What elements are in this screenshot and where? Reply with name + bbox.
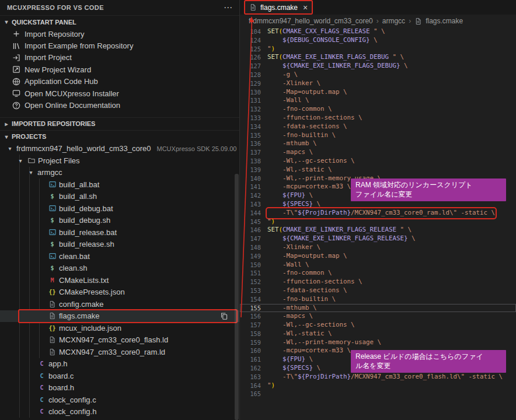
code-line-text[interactable]: -Wall \: [267, 261, 309, 270]
tree-item-clean-sh[interactable]: $clean.sh: [0, 262, 239, 275]
code-token[interactable]: CMAKE_EXE_LINKER_FLAGS_RELEASE: [283, 226, 396, 233]
tree-item-project-files[interactable]: ▾Project Files: [0, 155, 239, 167]
code-line-text[interactable]: -fno-builtin \: [267, 295, 336, 304]
code-line-163[interactable]: 163 -T\"${ProjDirPath}/MCXN947_cm33_core…: [240, 373, 516, 382]
code-line-text[interactable]: ${FPU} \: [267, 355, 313, 364]
code-token[interactable]: -Wl,--gc-sections \: [267, 157, 355, 164]
code-line-155[interactable]: 155 -mthumb \: [240, 304, 516, 313]
code-token[interactable]: CMAKE_CXX_FLAGS_RELEASE: [283, 27, 370, 35]
code-line-text[interactable]: -Xlinker \: [267, 243, 320, 252]
line-number[interactable]: 157: [240, 321, 261, 330]
line-number[interactable]: 158: [240, 330, 261, 338]
code-line-145[interactable]: 145"): [240, 218, 516, 226]
code-line-156[interactable]: 156 -mapcs \: [240, 312, 516, 321]
code-line-129[interactable]: 129 -Xlinker \: [240, 79, 516, 88]
line-number[interactable]: 129: [240, 79, 261, 88]
tree-item-build-release-sh[interactable]: $build_release.sh: [0, 239, 239, 251]
quickstart-item-import-example-from-repository[interactable]: Import Example from Repository: [0, 40, 239, 51]
code-token[interactable]: -fno-common \: [267, 269, 332, 276]
code-line-text[interactable]: ${CMAKE_EXE_LINKER_FLAGS_DEBUG} \: [267, 62, 408, 71]
code-token[interactable]: -T\": [267, 209, 298, 216]
code-line-text[interactable]: -Wl,-static \: [267, 166, 332, 174]
code-line-text[interactable]: -g \: [267, 71, 298, 79]
close-icon[interactable]: ×: [303, 4, 308, 11]
code-line-124[interactable]: 124 ${DEBUG_CONSOLE_CONFIG} \: [240, 36, 516, 45]
code-line-131[interactable]: 131 -Wall \: [240, 96, 516, 105]
code-token[interactable]: -mapcs \: [267, 148, 313, 156]
code-line-135[interactable]: 135 -fno-builtin \: [240, 131, 516, 140]
code-line-text[interactable]: -mthumb \: [267, 139, 317, 148]
line-number[interactable]: 126: [240, 53, 261, 62]
code-line-text[interactable]: -ffunction-sections \: [267, 114, 362, 123]
code-line-104[interactable]: 104SET(CMAKE_CXX_FLAGS_RELEASE " \: [240, 27, 516, 36]
code-token[interactable]: -Map=output.map \: [267, 252, 347, 260]
code-token[interactable]: \: [313, 364, 320, 372]
line-number[interactable]: 156: [240, 312, 261, 321]
quickstart-item-new-project-wizard[interactable]: New Project Wizard: [0, 64, 239, 75]
line-number[interactable]: 147: [240, 235, 261, 243]
code-line-text[interactable]: -mthumb \: [267, 304, 317, 313]
code-line-text[interactable]: ${SPECS} \: [267, 364, 320, 373]
more-actions-icon[interactable]: ⋯: [224, 5, 232, 10]
code-token[interactable]: -Wl,--print-memory-usage \: [267, 338, 381, 346]
code-token[interactable]: [267, 235, 283, 242]
code-token[interactable]: SET: [267, 53, 279, 61]
breadcrumb-item-project[interactable]: frdmmcxn947_hello_world_cm33_core0: [249, 17, 373, 25]
line-number[interactable]: 140: [240, 174, 261, 183]
line-number[interactable]: 165: [240, 390, 261, 398]
code-line-128[interactable]: 128 -g \: [240, 71, 516, 79]
line-number[interactable]: 136: [240, 139, 261, 148]
code-token[interactable]: [267, 191, 283, 199]
tree-item-app-h[interactable]: Capp.h: [0, 358, 239, 370]
code-line-text[interactable]: -fno-common \: [267, 105, 332, 114]
quickstart-item-application-code-hub[interactable]: Application Code Hub: [0, 76, 239, 88]
code-line-157[interactable]: 157 -Wl,--gc-sections \: [240, 321, 516, 330]
code-token[interactable]: /MCXN947_cm33_core0_flash.ld\" -static \: [351, 373, 503, 380]
code-token[interactable]: \: [370, 36, 378, 44]
tree-item-build-debug-bat[interactable]: build_debug.bat: [0, 202, 239, 215]
code-token[interactable]: SET: [267, 226, 279, 233]
line-number[interactable]: 144: [240, 209, 261, 218]
section-imported-repositories[interactable]: ▸ IMPORTED REPOSITORIES: [0, 117, 239, 130]
sidebar-scrollbar[interactable]: [235, 174, 239, 420]
code-line-151[interactable]: 151 -fno-common \: [240, 269, 516, 278]
code-line-text[interactable]: ${CMAKE_EXE_LINKER_FLAGS_RELEASE} \: [267, 235, 416, 243]
code-line-text[interactable]: -Map=output.map \: [267, 252, 347, 261]
code-line-text[interactable]: "): [267, 45, 275, 54]
code-token[interactable]: -fdata-sections \: [267, 123, 347, 130]
code-line-text[interactable]: -ffunction-sections \: [267, 278, 362, 286]
code-token[interactable]: ${SPECS}: [283, 200, 313, 208]
tree-item-cmakelists-txt[interactable]: MCMakeLists.txt: [0, 274, 239, 286]
code-line-138[interactable]: 138 -Wl,--gc-sections \: [240, 157, 516, 166]
code-line-143[interactable]: 143 ${SPECS} \: [240, 200, 516, 209]
code-token[interactable]: -mapcs \: [267, 312, 313, 320]
code-token[interactable]: ${FPU}: [283, 191, 305, 199]
code-token[interactable]: \: [400, 62, 408, 69]
code-token[interactable]: -Map=output.map \: [267, 88, 347, 96]
code-line-text[interactable]: -Wall \: [267, 96, 309, 105]
tree-item-mcux-include-json[interactable]: {}mcux_include.json: [0, 322, 239, 334]
code-line-146[interactable]: 146SET(CMAKE_EXE_LINKER_FLAGS_RELEASE " …: [240, 226, 516, 235]
quickstart-item-import-project[interactable]: Import Project: [0, 52, 239, 64]
line-number[interactable]: 142: [240, 191, 261, 200]
code-token[interactable]: [267, 355, 283, 363]
tree-item-frdmmcxn947-hello-world-cm33-core0[interactable]: ▾frdmmcxn947_hello_world_cm33_core0MCUXp…: [0, 143, 239, 155]
code-line-133[interactable]: 133 -ffunction-sections \: [240, 114, 516, 123]
line-number[interactable]: 148: [240, 243, 261, 252]
code-token[interactable]: -Xlinker \: [267, 79, 320, 87]
breadcrumb-item-armgcc[interactable]: armgcc: [382, 17, 405, 25]
tree-item-board-c[interactable]: Cboard.c: [0, 370, 239, 382]
code-token[interactable]: ): [271, 45, 276, 52]
code-line-text[interactable]: -Wl,--gc-sections \: [267, 157, 355, 166]
code-line-149[interactable]: 149 -Map=output.map \: [240, 252, 516, 261]
code-line-text[interactable]: -fdata-sections \: [267, 123, 347, 131]
line-number[interactable]: 163: [240, 373, 261, 382]
code-token[interactable]: -ffunction-sections \: [267, 114, 362, 121]
code-token[interactable]: -fno-common \: [267, 105, 332, 113]
line-number[interactable]: 141: [240, 183, 261, 191]
code-line-text[interactable]: SET(CMAKE_EXE_LINKER_FLAGS_RELEASE " \: [267, 226, 412, 235]
code-token[interactable]: [267, 36, 283, 44]
code-token[interactable]: \: [408, 235, 416, 242]
code-token[interactable]: -mthumb \: [267, 139, 317, 147]
tab-flags-cmake[interactable]: flags.cmake ×: [244, 0, 313, 15]
